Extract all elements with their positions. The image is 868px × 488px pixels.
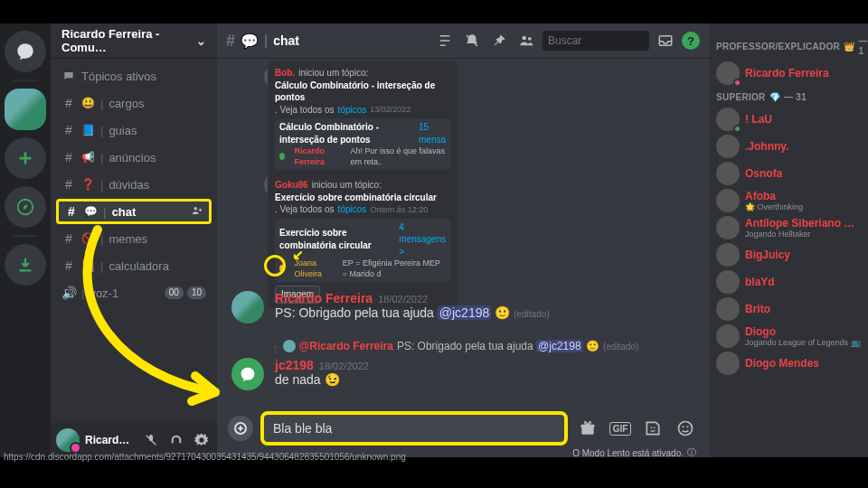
search-box[interactable] [542, 31, 649, 51]
svg-point-3 [528, 37, 532, 41]
threads-button[interactable] [434, 30, 456, 52]
self-username: Ricardo Ferr… [85, 434, 136, 446]
channel-emoji: 📢 [81, 151, 95, 164]
explore-button[interactable] [5, 186, 46, 228]
annotation-circle [264, 255, 286, 277]
see-all-link[interactable]: tópicos [338, 203, 367, 216]
emoji-button[interactable] [673, 416, 698, 441]
channel-item-Tópicos ativos[interactable]: Tópicos ativos [56, 63, 212, 89]
members-sidebar: PROFESSOR/EXPLICADOR 👑 — 1 Ricardo Ferre… [709, 23, 868, 457]
thread-msg-count: 15 mensa [419, 121, 446, 145]
help-button[interactable]: ? [682, 32, 700, 50]
channel-item-dúvidas[interactable]: #❓|dúvidas [56, 172, 212, 197]
mention[interactable]: @jc2198 [438, 305, 491, 320]
hash-icon: # [61, 258, 76, 273]
notifications-button[interactable] [461, 30, 483, 52]
member-name: Antílope Siberiano Par… [745, 217, 861, 230]
member-row[interactable]: Ricardo Ferreira [714, 60, 863, 87]
channel-item-voz-1[interactable]: 🔊|voz-10010 [56, 280, 212, 305]
message-author[interactable]: jc2198 [275, 358, 314, 372]
gif-button[interactable]: GIF [608, 416, 633, 441]
channel-item-calculadora[interactable]: #🧮|calculadora [56, 253, 212, 278]
member-avatar [716, 162, 740, 185]
home-button[interactable] [5, 31, 46, 72]
download-button[interactable] [5, 244, 46, 286]
info-icon: ⓘ [687, 446, 696, 459]
member-row[interactable]: DiogoJogando League of Legends 📺 [714, 323, 863, 350]
message[interactable]: jc2198 18/02/2022 de nada 😉 [231, 358, 702, 390]
member-name: Brito [745, 303, 770, 315]
sticker-button[interactable] [640, 416, 665, 441]
bar-icon: | [100, 178, 103, 192]
avatar[interactable] [231, 358, 264, 390]
server-avatar-selected[interactable] [5, 89, 46, 130]
channel-item-chat[interactable]: #💬|chat [56, 199, 212, 224]
channel-emoji: 🚫 [81, 232, 95, 245]
message-input-wrapper[interactable] [260, 411, 568, 446]
chat-header: # 💬 | chat ? [217, 23, 709, 58]
pinned-button[interactable] [488, 30, 510, 52]
add-server-button[interactable] [5, 137, 46, 179]
channel-name: voz-1 [90, 286, 158, 300]
bar-icon: | [264, 33, 268, 49]
add-user-icon[interactable] [191, 204, 203, 220]
server-header[interactable]: Ricardo Ferreira - Comu… ⌄ [51, 23, 217, 58]
svg-point-10 [654, 427, 656, 428]
member-row[interactable]: BigJuicy [714, 241, 863, 268]
bar-icon: | [100, 124, 103, 137]
see-all-link[interactable]: tópicos [338, 104, 367, 117]
hash-icon: # [226, 32, 235, 51]
member-name: Ricardo Ferreira [745, 67, 829, 80]
member-name: blaYd [745, 276, 775, 288]
channel-item-anúncios[interactable]: #📢|anúncios [56, 145, 212, 170]
attach-button[interactable] [228, 416, 253, 441]
channel-item-guias[interactable]: #📘|guias [56, 117, 212, 143]
channel-title: chat [273, 33, 299, 48]
inbox-button[interactable] [655, 30, 676, 52]
server-rail [0, 23, 51, 457]
members-toggle-button[interactable] [515, 30, 537, 52]
member-row[interactable]: ! LaU [714, 106, 863, 133]
channel-name: memes [108, 232, 206, 246]
mention[interactable]: @jc2198 [536, 340, 583, 352]
annotation-small-arrow [289, 248, 306, 264]
member-avatar [716, 243, 740, 267]
member-avatar [716, 135, 740, 158]
message-text: de nada 😉 [275, 372, 702, 387]
status-dot [733, 79, 741, 87]
user-settings-button[interactable] [192, 430, 212, 450]
member-name: Diogo Mendes [745, 357, 819, 370]
self-avatar[interactable] [56, 428, 80, 452]
channel-name: dúvidas [108, 178, 206, 192]
status-dot [733, 125, 741, 133]
hash-icon: # [61, 123, 76, 137]
member-row[interactable]: Afoba🌟 Overthinking [714, 187, 863, 214]
channel-item-cargos[interactable]: #😃|cargos [56, 90, 212, 116]
member-name: Diogo [745, 325, 861, 338]
member-name: .Johnny. [745, 140, 788, 153]
mute-mic-button[interactable] [141, 430, 161, 450]
message-input[interactable] [273, 421, 555, 436]
message-author[interactable]: Ricardo Ferreira [275, 291, 373, 305]
member-avatar [716, 324, 740, 348]
member-row[interactable]: Osnofa [714, 160, 863, 187]
thread-msg-count: 4 mensagens > [399, 221, 446, 258]
server-name: Ricardo Ferreira - Comu… [61, 27, 196, 54]
member-row[interactable]: Diogo Mendes [714, 350, 863, 377]
member-avatar [716, 297, 740, 321]
deafen-button[interactable] [166, 430, 186, 450]
member-row[interactable]: Brito [714, 296, 863, 323]
thread-preview-2[interactable]: Goku86 iniciou um tópico: Exercício sobr… [268, 174, 458, 309]
member-row[interactable]: Antílope Siberiano Par…Jogando Helltaker [714, 214, 863, 241]
svg-point-12 [683, 426, 684, 427]
gift-button[interactable] [575, 416, 600, 441]
message-list[interactable]: Bob. iniciou um tópico: Cálculo Combinat… [217, 58, 709, 407]
reply-reference[interactable]: ┌ @Ricardo Ferreira PS: Obrigado pela tu… [271, 340, 702, 352]
composer-row: GIF O Modo Lento está ativado. ⓘ [217, 407, 709, 457]
member-row[interactable]: .Johnny. [714, 133, 863, 160]
avatar[interactable] [231, 291, 264, 324]
reply-author[interactable]: @Ricardo Ferreira [299, 340, 393, 352]
channel-item-memes[interactable]: #🚫|memes [56, 226, 212, 251]
member-row[interactable]: blaYd [714, 268, 863, 296]
message[interactable]: Ricardo Ferreira 18/02/2022 PS: Obrigado… [231, 291, 702, 324]
